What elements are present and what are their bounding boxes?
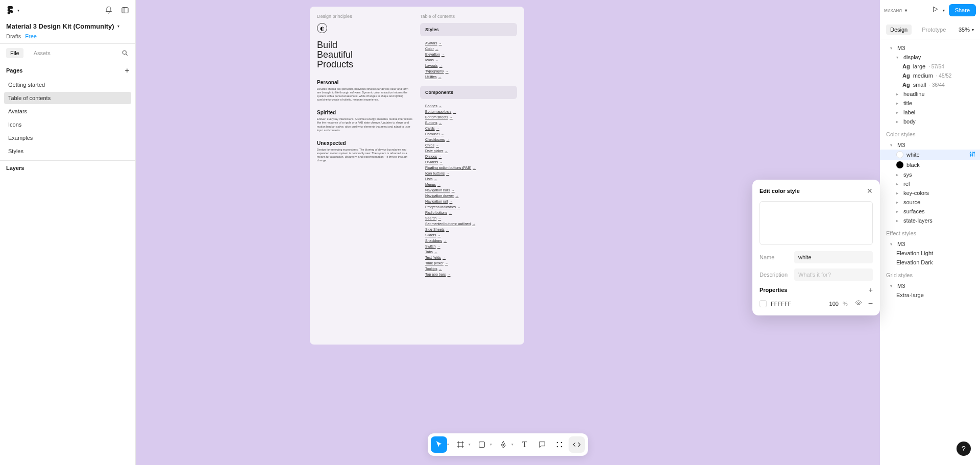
toc-link[interactable]: Bottom app bars→ — [425, 109, 512, 114]
toc-link[interactable]: Time picker→ — [425, 260, 512, 266]
free-badge[interactable]: Free — [25, 33, 37, 39]
toc-link[interactable]: Lists→ — [425, 176, 512, 182]
dev-mode-toggle[interactable] — [569, 436, 585, 453]
grid-style-item[interactable]: Extra-large — [880, 290, 980, 300]
description-input[interactable] — [794, 268, 873, 281]
user-menu[interactable]: МИХАИЛ▾ — [884, 8, 907, 13]
rectangle-tool[interactable] — [474, 436, 490, 453]
toc-link[interactable]: Icons→ — [425, 57, 512, 63]
toc-link[interactable]: Date picker→ — [425, 148, 512, 154]
search-icon[interactable] — [121, 49, 129, 57]
effect-style-item[interactable]: Elevation Dark — [880, 258, 980, 267]
toc-link[interactable]: Badges→ — [425, 103, 512, 109]
toc-link[interactable]: Dividers→ — [425, 159, 512, 165]
opacity-value[interactable]: 100 — [829, 301, 839, 307]
drafts-link[interactable]: Drafts — [6, 33, 21, 39]
page-item[interactable]: Styles — [4, 145, 131, 157]
color-preview[interactable] — [760, 201, 873, 245]
toc-link[interactable]: Checkboxes→ — [425, 137, 512, 142]
text-style-group[interactable]: ▸label — [880, 108, 980, 117]
chevron-down-icon[interactable]: ▾ — [943, 8, 945, 13]
color-style-item[interactable]: white — [880, 150, 980, 160]
present-button[interactable] — [932, 6, 939, 15]
toc-link[interactable]: Cards→ — [425, 126, 512, 131]
actions-tool[interactable] — [551, 436, 568, 453]
color-style-group[interactable]: ▸key-colors — [880, 188, 980, 198]
page-item[interactable]: Avatars — [4, 105, 131, 117]
page-item[interactable]: Getting started — [4, 79, 131, 91]
file-title[interactable]: Material 3 Design Kit (Community) — [6, 22, 114, 30]
add-page-button[interactable]: + — [125, 66, 129, 75]
effect-style-group[interactable]: ▾M3 — [880, 239, 980, 249]
toc-link[interactable]: Floating action buttons (FAB)→ — [425, 165, 512, 170]
toc-link[interactable]: Avatars→ — [425, 40, 512, 46]
toc-link[interactable]: Radio buttons→ — [425, 210, 512, 215]
page-item[interactable]: Table of contents — [4, 92, 131, 104]
page-item[interactable]: Icons — [4, 118, 131, 131]
comment-tool[interactable] — [534, 436, 550, 453]
text-style-item[interactable]: Agmedium· 45/52 — [880, 71, 980, 80]
figma-menu[interactable]: ▾ — [6, 6, 19, 14]
tab-design[interactable]: Design — [886, 25, 912, 35]
color-style-group[interactable]: ▸state-layers — [880, 216, 980, 225]
hex-value[interactable]: FFFFFF — [771, 301, 825, 307]
toc-link[interactable]: Color→ — [425, 46, 512, 52]
text-style-item[interactable]: Agsmall· 36/44 — [880, 80, 980, 89]
tab-assets[interactable]: Assets — [30, 48, 55, 58]
help-button[interactable]: ? — [957, 442, 971, 456]
remove-property-button[interactable]: − — [868, 299, 873, 308]
color-style-group[interactable]: ▸sys — [880, 170, 980, 179]
toc-link[interactable]: Segmented buttons: outlined→ — [425, 221, 512, 227]
toc-link[interactable]: Typography→ — [425, 68, 512, 74]
effect-style-item[interactable]: Elevation Light — [880, 249, 980, 258]
pen-tool[interactable] — [495, 436, 511, 453]
close-icon[interactable]: ✕ — [867, 187, 873, 195]
toc-link[interactable]: Side Sheets→ — [425, 227, 512, 232]
adjust-icon[interactable] — [969, 151, 976, 159]
toc-link[interactable]: Layouts→ — [425, 63, 512, 68]
zoom-control[interactable]: 35%▾ — [959, 27, 974, 33]
chevron-down-icon[interactable]: ▾ — [490, 443, 492, 447]
toc-link[interactable]: Chips→ — [425, 142, 512, 148]
toc-link[interactable]: Buttons→ — [425, 120, 512, 126]
visibility-icon[interactable] — [855, 299, 862, 308]
notifications-icon[interactable] — [105, 6, 113, 14]
toc-link[interactable]: Utilities→ — [425, 74, 512, 80]
toc-link[interactable]: Navigation drawer→ — [425, 193, 512, 199]
toc-link[interactable]: Menus→ — [425, 182, 512, 187]
grid-style-group[interactable]: ▾M3 — [880, 281, 980, 290]
text-tool[interactable]: T — [517, 436, 533, 453]
toc-link[interactable]: Bottom sheets→ — [425, 114, 512, 120]
toc-link[interactable]: Elevation→ — [425, 52, 512, 57]
text-style-group[interactable]: ▸title — [880, 99, 980, 108]
color-style-group[interactable]: ▾M3 — [880, 140, 980, 150]
share-button[interactable]: Share — [949, 4, 976, 16]
move-tool[interactable] — [431, 436, 447, 453]
chevron-down-icon[interactable]: ▾ — [469, 443, 471, 447]
toc-link[interactable]: Tooltips→ — [425, 266, 512, 272]
page-item[interactable]: Examples — [4, 132, 131, 144]
toc-link[interactable]: Progress indicators→ — [425, 204, 512, 210]
toc-link[interactable]: Search→ — [425, 215, 512, 221]
color-style-group[interactable]: ▸ref — [880, 179, 980, 188]
toc-link[interactable]: Tabs→ — [425, 249, 512, 255]
name-input[interactable] — [794, 251, 873, 263]
tab-file[interactable]: File — [6, 48, 23, 58]
add-property-button[interactable]: + — [869, 286, 873, 294]
toc-link[interactable]: Navigation rail→ — [425, 199, 512, 204]
color-style-group[interactable]: ▸surfaces — [880, 207, 980, 216]
frame-tool[interactable] — [452, 436, 469, 453]
text-style-group[interactable]: ▸body — [880, 117, 980, 126]
text-style-group[interactable]: ▾display — [880, 53, 980, 62]
toc-link[interactable]: Dialogs→ — [425, 154, 512, 159]
toc-link[interactable]: Top app bars→ — [425, 272, 512, 277]
text-style-item[interactable]: Aglarge· 57/64 — [880, 62, 980, 71]
panel-toggle-icon[interactable] — [121, 6, 129, 14]
toc-link[interactable]: Snackbars→ — [425, 238, 512, 243]
toc-link[interactable]: Carousel→ — [425, 131, 512, 137]
toc-link[interactable]: Text fields→ — [425, 255, 512, 260]
text-style-group[interactable]: ▸headline — [880, 89, 980, 99]
text-style-group[interactable]: ▾M3 — [880, 43, 980, 53]
toc-link[interactable]: Sliders→ — [425, 232, 512, 238]
toc-link[interactable]: Navigation bars→ — [425, 187, 512, 193]
